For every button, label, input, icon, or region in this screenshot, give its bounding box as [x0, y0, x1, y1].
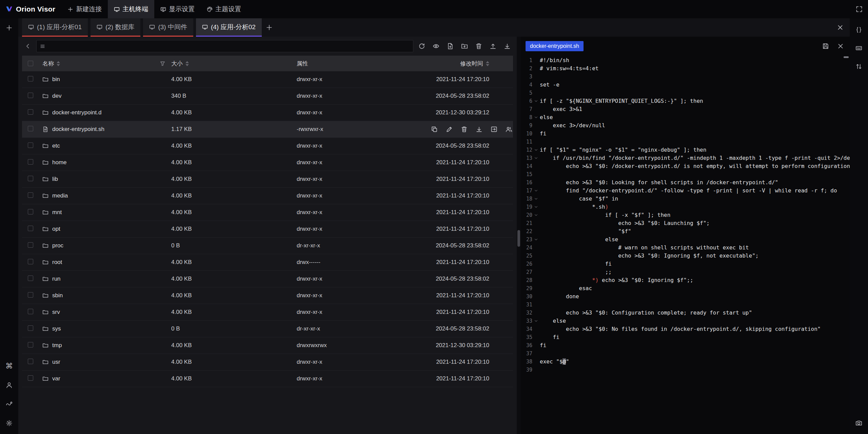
fold-toggle[interactable]: [532, 189, 540, 193]
file-time: 2021-11-24 17:20:10: [431, 159, 513, 166]
row-checkbox[interactable]: [28, 159, 33, 165]
row-checkbox[interactable]: [28, 76, 33, 81]
row-checkbox[interactable]: [28, 242, 33, 248]
code-text: echo >&3 "$0: Configuration complete; re…: [540, 309, 752, 317]
code-line: 33 else: [521, 317, 850, 325]
row-checkbox[interactable]: [28, 226, 33, 231]
terminal-tab-1[interactable]: (2) 数据库: [91, 18, 141, 37]
table-row[interactable]: docker-entrypoint.d4.00 KBdrwxr-xr-x2021…: [22, 105, 513, 121]
fold-toggle[interactable]: [532, 99, 540, 103]
upload-button[interactable]: [487, 40, 499, 52]
fullscreen-button[interactable]: [850, 0, 868, 18]
row-checkbox[interactable]: [28, 375, 33, 381]
new-folder-button[interactable]: [459, 40, 470, 52]
table-row[interactable]: mnt4.00 KBdrwxr-xr-x2021-11-24 17:20:10: [22, 204, 513, 221]
save-button[interactable]: [821, 42, 830, 51]
snippets-button[interactable]: [853, 24, 865, 36]
table-row[interactable]: bin4.00 KBdrwxr-xr-x2021-11-24 17:20:10: [22, 71, 513, 88]
terminal-tab-3[interactable]: (4) 应用-分析02: [196, 18, 262, 37]
keyboard-button[interactable]: [853, 42, 865, 54]
row-checkbox[interactable]: [28, 276, 33, 281]
row-checkbox[interactable]: [28, 176, 33, 181]
path-input[interactable]: [48, 43, 410, 50]
code-area[interactable]: 1#!/bin/sh2# vim:sw=4:ts=4:et34set -e56i…: [521, 56, 850, 434]
row-permission-button[interactable]: [506, 126, 512, 133]
refresh-button[interactable]: [416, 40, 428, 52]
row-checkbox[interactable]: [28, 143, 33, 148]
transfer-button[interactable]: [853, 60, 865, 73]
screenshot-button[interactable]: [853, 417, 865, 429]
row-checkbox[interactable]: [28, 342, 33, 347]
table-row[interactable]: media4.00 KBdrwxr-xr-x2021-11-24 17:20:1…: [22, 188, 513, 204]
row-checkbox[interactable]: [28, 309, 33, 314]
table-row[interactable]: run4.00 KBdrwxr-xr-x2024-05-28 23:58:02: [22, 271, 513, 287]
new-file-button[interactable]: [445, 40, 456, 52]
row-download-button[interactable]: [476, 126, 482, 133]
select-all-checkbox[interactable]: [28, 61, 33, 66]
close-editor-button[interactable]: [836, 42, 845, 51]
table-row[interactable]: docker-entrypoint.sh1.17 KB-rwxrwxr-x: [22, 121, 513, 138]
fold-toggle[interactable]: [532, 156, 540, 160]
nav-item-2[interactable]: 显示设置: [154, 0, 201, 18]
nav-item-3[interactable]: 主题设置: [201, 0, 247, 18]
new-connection-button[interactable]: [3, 22, 15, 34]
table-row[interactable]: var4.00 KBdrwxr-xr-x2021-11-24 17:20:10: [22, 371, 513, 387]
table-row[interactable]: root4.00 KBdrwx------2021-11-24 17:20:10: [22, 254, 513, 271]
file-attr: -rwxrwxr-x: [295, 126, 431, 133]
table-row[interactable]: sys0 Bdr-xr-xr-x2024-05-28 23:58:02: [22, 321, 513, 337]
editor-file-tab[interactable]: docker-entrypoint.sh: [526, 41, 584, 51]
column-header-size[interactable]: 大小: [170, 60, 295, 68]
settings-button[interactable]: [3, 417, 15, 429]
fold-toggle[interactable]: [532, 319, 540, 323]
row-checkbox[interactable]: [28, 209, 33, 214]
back-button[interactable]: [22, 40, 34, 52]
table-row[interactable]: home4.00 KBdrwxr-xr-x2021-11-24 17:20:10: [22, 154, 513, 171]
editor-scrollbar-thumb[interactable]: [844, 56, 849, 58]
table-row[interactable]: proc0 Bdr-xr-xr-x2024-05-28 23:58:02: [22, 238, 513, 254]
row-checkbox[interactable]: [28, 292, 33, 298]
preview-button[interactable]: [430, 40, 442, 52]
add-tab-button[interactable]: [262, 18, 277, 37]
download-button[interactable]: [501, 40, 513, 52]
nav-item-1[interactable]: 主机终端: [108, 0, 154, 18]
row-copy-button[interactable]: [431, 126, 438, 133]
table-row[interactable]: dev340 Bdrwxr-xr-x2024-05-28 23:58:02: [22, 88, 513, 105]
row-checkbox[interactable]: [28, 109, 33, 115]
table-row[interactable]: opt4.00 KBdrwxr-xr-x2021-11-24 17:20:10: [22, 221, 513, 238]
divider-handle[interactable]: [517, 230, 520, 247]
fold-toggle[interactable]: [532, 213, 540, 217]
fold-toggle[interactable]: [532, 197, 540, 201]
panel-divider[interactable]: [517, 37, 521, 434]
fold-toggle[interactable]: [532, 205, 540, 209]
row-checkbox[interactable]: [28, 259, 33, 264]
table-row[interactable]: sbin4.00 KBdrwxr-xr-x2021-11-24 17:20:10: [22, 287, 513, 304]
table-row[interactable]: tmp4.00 KBdrwxrwxrwx2021-12-30 03:29:10: [22, 337, 513, 354]
brand[interactable]: Orion Visor: [0, 0, 61, 18]
table-row[interactable]: lib4.00 KBdrwxr-xr-x2021-11-24 17:20:10: [22, 171, 513, 188]
row-checkbox[interactable]: [28, 93, 33, 98]
fold-toggle[interactable]: [532, 148, 540, 152]
row-move-button[interactable]: [491, 126, 497, 133]
row-checkbox[interactable]: [28, 126, 33, 131]
terminal-tab-2[interactable]: (3) 中间件: [143, 18, 193, 37]
proxy-button[interactable]: [3, 398, 15, 410]
table-row[interactable]: srv4.00 KBdrwxr-xr-x2021-11-24 17:20:10: [22, 304, 513, 321]
column-header-time[interactable]: 修改时间: [431, 60, 513, 68]
table-row[interactable]: usr4.00 KBdrwxr-xr-x2021-11-24 17:20:10: [22, 354, 513, 371]
fold-toggle[interactable]: [532, 238, 540, 242]
row-edit-button[interactable]: [446, 126, 453, 133]
nav-item-0[interactable]: 新建连接: [61, 0, 108, 18]
table-row[interactable]: etc4.00 KBdrwxr-xr-x2024-05-28 23:58:02: [22, 138, 513, 154]
row-delete-button[interactable]: [461, 126, 468, 133]
shortcut-button[interactable]: ⌘: [3, 360, 15, 372]
delete-button[interactable]: [473, 40, 485, 52]
fold-toggle[interactable]: [532, 115, 540, 119]
filter-button[interactable]: [158, 59, 166, 68]
close-panel-button[interactable]: [831, 18, 850, 37]
terminal-tab-0[interactable]: (1) 应用-分析01: [22, 18, 88, 37]
column-header-name[interactable]: 名称: [38, 59, 170, 68]
user-button[interactable]: [3, 379, 15, 391]
row-checkbox[interactable]: [28, 325, 33, 331]
row-checkbox[interactable]: [28, 192, 33, 198]
row-checkbox[interactable]: [28, 359, 33, 364]
